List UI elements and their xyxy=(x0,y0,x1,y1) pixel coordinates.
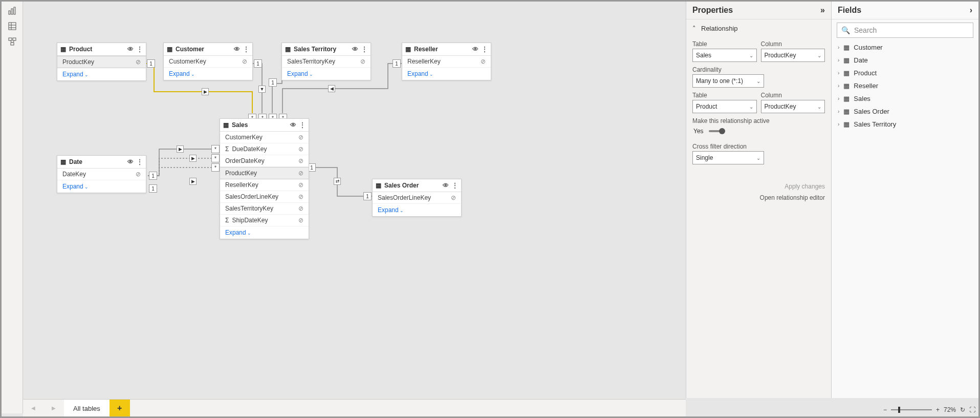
hidden-icon[interactable]: ⊘ xyxy=(298,170,303,177)
more-icon[interactable]: ⋮ xyxy=(361,46,367,53)
expand-link[interactable]: Expand⌄ xyxy=(373,204,461,216)
hidden-icon[interactable]: ⊘ xyxy=(298,181,303,189)
fields-search[interactable]: 🔍 Search xyxy=(837,23,973,38)
add-tab-button[interactable]: + xyxy=(110,400,130,416)
table-field[interactable]: SalesTerritoryKey ⊘ xyxy=(282,56,371,68)
hidden-icon[interactable]: ⊘ xyxy=(481,58,486,65)
eye-icon[interactable]: 👁 xyxy=(127,158,134,165)
tab-nav-next[interactable]: ▶ xyxy=(43,400,64,416)
zoom-thumb[interactable] xyxy=(898,407,900,413)
hidden-icon[interactable]: ⊘ xyxy=(136,58,141,66)
hidden-icon[interactable]: ⊘ xyxy=(298,205,303,212)
field-table-sales[interactable]: ›▦Sales xyxy=(832,92,978,105)
column2-dropdown[interactable]: ProductKey⌄ xyxy=(761,100,825,113)
table-card-reseller[interactable]: ▦Reseller 👁⋮ ResellerKey ⊘ Expand⌄ xyxy=(402,43,491,80)
table-field[interactable]: SalesTerritoryKey⊘ xyxy=(220,203,309,215)
table-field[interactable]: OrderDateKey⊘ xyxy=(220,155,309,167)
table-field[interactable]: ResellerKey⊘ xyxy=(220,179,309,191)
expand-link[interactable]: Expand⌄ xyxy=(57,180,146,193)
table-field[interactable]: CustomerKey⊘ xyxy=(220,132,309,143)
table-card-product[interactable]: ▦Product 👁⋮ ProductKey ⊘ Expand⌄ xyxy=(57,43,146,81)
table1-dropdown[interactable]: Sales⌄ xyxy=(692,49,757,62)
field-table-date[interactable]: ›▦Date xyxy=(832,54,978,67)
more-icon[interactable]: ⋮ xyxy=(452,182,458,189)
collapse-icon[interactable]: » xyxy=(820,6,825,15)
hidden-icon[interactable]: ⊘ xyxy=(242,58,247,65)
eye-icon[interactable]: 👁 xyxy=(443,182,449,189)
expand-link[interactable]: Expand⌄ xyxy=(57,68,146,80)
table-header[interactable]: ▦Product 👁⋮ xyxy=(57,43,146,56)
apply-changes-link[interactable]: Apply changes xyxy=(686,181,831,192)
more-icon[interactable]: ⋮ xyxy=(137,46,143,53)
eye-icon[interactable]: 👁 xyxy=(127,46,134,53)
relationship-section[interactable]: ˄ Relationship xyxy=(686,19,831,37)
hidden-icon[interactable]: ⊘ xyxy=(298,145,303,153)
table-field[interactable]: ΣShipDateKey⊘ xyxy=(220,215,309,226)
expand-link[interactable]: Expand⌄ xyxy=(402,68,491,80)
tab-all-tables[interactable]: All tables xyxy=(64,400,110,416)
table-card-sales[interactable]: ▦Sales 👁⋮ CustomerKey⊘ ΣDueDateKey⊘ Orde… xyxy=(220,118,309,239)
zoom-slider[interactable] xyxy=(891,409,932,410)
hidden-icon[interactable]: ⊘ xyxy=(298,193,303,200)
collapse-icon[interactable]: › xyxy=(970,6,972,15)
field-table-sales-order[interactable]: ›▦Sales Order xyxy=(832,105,978,118)
table-name: Sales xyxy=(232,121,248,129)
model-view-icon[interactable] xyxy=(7,36,17,47)
table-field[interactable]: SalesOrderLineKey⊘ xyxy=(373,192,461,204)
table-card-sales-territory[interactable]: ▦Sales Territory 👁⋮ SalesTerritoryKey ⊘ … xyxy=(281,43,371,80)
eye-icon[interactable]: 👁 xyxy=(472,46,478,53)
expand-link[interactable]: Expand⌄ xyxy=(164,68,252,80)
table-field[interactable]: SalesOrderLineKey⊘ xyxy=(220,191,309,203)
reset-zoom-icon[interactable]: ↻ xyxy=(960,406,965,413)
data-view-icon[interactable] xyxy=(7,21,17,31)
hidden-icon[interactable]: ⊘ xyxy=(360,58,365,65)
table-header[interactable]: ▦Sales Order 👁⋮ xyxy=(373,179,461,192)
table-header[interactable]: ▦Sales Territory 👁⋮ xyxy=(282,43,371,56)
fit-to-screen-icon[interactable]: ⛶ xyxy=(969,406,975,413)
hidden-icon[interactable]: ⊘ xyxy=(298,134,303,141)
table-header[interactable]: ▦Customer 👁⋮ xyxy=(164,43,252,56)
crossfilter-dropdown[interactable]: Single⌄ xyxy=(692,151,764,164)
cardinality-many: * xyxy=(211,145,220,153)
hidden-icon[interactable]: ⊘ xyxy=(136,171,141,178)
hidden-icon[interactable]: ⊘ xyxy=(451,194,456,201)
table-header[interactable]: ▦Date 👁⋮ xyxy=(57,156,146,169)
field-table-product[interactable]: ›▦Product xyxy=(832,67,978,79)
field-table-sales-territory[interactable]: ›▦Sales Territory xyxy=(832,118,978,131)
expand-link[interactable]: Expand⌄ xyxy=(220,226,309,239)
zoom-in-button[interactable]: + xyxy=(936,406,940,413)
table-header[interactable]: ▦Sales 👁⋮ xyxy=(220,119,309,132)
more-icon[interactable]: ⋮ xyxy=(137,158,143,165)
cardinality-dropdown[interactable]: Many to one (*:1)⌄ xyxy=(692,74,764,88)
zoom-out-button[interactable]: − xyxy=(883,406,887,413)
table-field[interactable]: CustomerKey ⊘ xyxy=(164,56,252,68)
more-icon[interactable]: ⋮ xyxy=(243,46,249,53)
table-card-customer[interactable]: ▦Customer 👁⋮ CustomerKey ⊘ Expand⌄ xyxy=(163,43,253,80)
table-header[interactable]: ▦Reseller 👁⋮ xyxy=(402,43,491,56)
tab-nav-prev[interactable]: ◀ xyxy=(23,400,43,416)
table-field[interactable]: ΣDueDateKey⊘ xyxy=(220,143,309,155)
more-icon[interactable]: ⋮ xyxy=(299,121,306,129)
column1-dropdown[interactable]: ProductKey⌄ xyxy=(761,49,825,62)
table-field[interactable]: ProductKey⊘ xyxy=(220,167,309,179)
eye-icon[interactable]: 👁 xyxy=(290,121,296,129)
open-editor-link[interactable]: Open relationship editor xyxy=(686,192,831,203)
hidden-icon[interactable]: ⊘ xyxy=(298,157,303,164)
svg-line-10 xyxy=(10,40,12,43)
field-table-reseller[interactable]: ›▦Reseller xyxy=(832,79,978,92)
table-field[interactable]: DateKey ⊘ xyxy=(57,169,146,180)
table2-dropdown[interactable]: Product⌄ xyxy=(692,100,757,113)
eye-icon[interactable]: 👁 xyxy=(352,46,358,53)
more-icon[interactable]: ⋮ xyxy=(482,46,488,53)
active-toggle[interactable]: Yes xyxy=(686,126,831,140)
expand-link[interactable]: Expand⌄ xyxy=(282,68,371,80)
hidden-icon[interactable]: ⊘ xyxy=(298,217,303,224)
report-view-icon[interactable] xyxy=(7,6,17,16)
table-field[interactable]: ProductKey ⊘ xyxy=(57,56,146,68)
eye-icon[interactable]: 👁 xyxy=(234,46,240,53)
table-card-sales-order[interactable]: ▦Sales Order 👁⋮ SalesOrderLineKey⊘ Expan… xyxy=(372,179,462,217)
table-card-date[interactable]: ▦Date 👁⋮ DateKey ⊘ Expand⌄ xyxy=(57,155,146,193)
field-table-customer[interactable]: ›▦Customer xyxy=(832,41,978,54)
filter-direction-icon: ◀ xyxy=(328,85,335,92)
table-field[interactable]: ResellerKey ⊘ xyxy=(402,56,491,68)
